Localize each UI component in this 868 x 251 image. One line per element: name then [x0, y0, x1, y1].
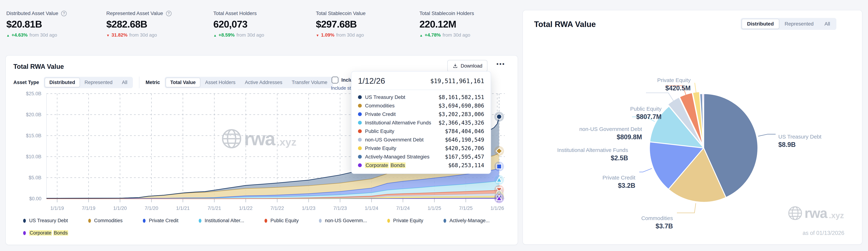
svg-text:7/1/24: 7/1/24: [396, 205, 410, 211]
metric-option-total-value[interactable]: Total Value: [165, 78, 200, 87]
metric-label: Metric: [146, 80, 160, 85]
help-icon[interactable]: ?: [166, 11, 172, 16]
more-menu-icon[interactable]: •••: [496, 61, 505, 67]
tooltip-row-public-equity: Public Equity$784,404,046: [358, 127, 484, 136]
chart-controls: Asset Type Distributed Represented All M…: [13, 76, 346, 89]
tooltip-rows: US Treasury Debt$8,161,582,151Commoditie…: [358, 93, 484, 169]
legend-color-dot: [88, 219, 91, 223]
legend-item-commodities[interactable]: Commodities: [88, 218, 123, 223]
stat-value: $20.81B: [6, 19, 67, 30]
delta-period: from 30d ago: [336, 32, 364, 38]
svg-text:$20.0B: $20.0B: [26, 112, 41, 117]
globe-icon: [221, 128, 242, 149]
pie-label-public-equity: Public Equity $807.7M: [630, 106, 661, 120]
legend-item-us-treasury-debt[interactable]: US Treasury Debt: [23, 218, 68, 223]
svg-text:1/1/24: 1/1/24: [365, 205, 378, 211]
tooltip-total: $19,511,961,161: [430, 78, 484, 85]
svg-text:7/1/21: 7/1/21: [208, 205, 221, 211]
svg-text:1/1/22: 1/1/22: [239, 205, 253, 211]
legend-color-dot: [265, 219, 267, 223]
svg-text:1/1/26: 1/1/26: [491, 205, 504, 211]
stat-total-stablecoin-holders: Total Stablecoin Holders 220.12M ▲+4.78%…: [420, 10, 474, 38]
series-color-dot: [358, 155, 362, 159]
include-stablecoins-checkbox[interactable]: [332, 77, 338, 83]
stat-distributed-asset-value: Distributed Asset Value ? $20.81B ▲+4.63…: [6, 10, 67, 38]
svg-text:$10.0B: $10.0B: [26, 154, 41, 159]
trend-up-icon: ▲: [213, 33, 217, 37]
download-icon: [452, 63, 458, 69]
pie-chart[interactable]: [523, 10, 863, 245]
stat-value: $282.68B: [106, 19, 172, 30]
pie-label-non-us-government-debt: non-US Government Debt $809.8M: [579, 126, 642, 141]
delta-pct: +4.78%: [425, 32, 441, 38]
series-color-dot: [358, 121, 362, 124]
delta-pct: 31.82%: [112, 32, 127, 38]
pie-label-us-treasury-debt: US Treasury Debt $8.9B: [778, 134, 822, 148]
legend-item-corporate-bonds[interactable]: Corporate Bonds: [23, 230, 68, 236]
asset-type-option-all[interactable]: All: [117, 78, 132, 87]
metric-option-active-addresses[interactable]: Active Addresses: [240, 78, 287, 87]
divider: [139, 77, 140, 88]
svg-text:$25.0B: $25.0B: [26, 91, 41, 96]
series-color-dot: [358, 138, 362, 142]
asset-type-segmented-control: Distributed Represented All: [44, 77, 133, 88]
total-rwa-value-pie-card: Total RWA Value Distributed Represented …: [523, 10, 862, 245]
tooltip-date: 1/12/26: [358, 76, 385, 86]
total-rwa-value-chart-card: Total RWA Value Download ••• Asset Type …: [5, 55, 518, 245]
watermark-name: rwa: [244, 129, 275, 148]
svg-text:7/1/20: 7/1/20: [145, 205, 158, 211]
svg-text:1/1/20: 1/1/20: [113, 205, 127, 211]
download-label: Download: [461, 63, 483, 69]
series-color-dot: [358, 163, 362, 167]
tooltip-row-private-equity: Private Equity$420,526,706: [358, 144, 484, 152]
chart-tooltip: 1/12/26 $19,511,961,161 US Treasury Debt…: [351, 71, 491, 174]
legend-item-private-equity[interactable]: Private Equity: [387, 218, 424, 223]
metric-segmented-control: Total Value Asset Holders Active Address…: [165, 77, 333, 88]
tooltip-row-actively-managed-strategies: Actively-Managed Strategies$167,595,457: [358, 152, 484, 161]
legend-color-dot: [387, 219, 390, 223]
delta-pct: +4.63%: [11, 32, 28, 38]
legend-item-public-equity[interactable]: Public Equity: [265, 218, 299, 223]
series-color-dot: [358, 112, 362, 116]
legend-item-private-credit[interactable]: Private Credit: [143, 218, 179, 223]
svg-text:7/1/19: 7/1/19: [82, 205, 95, 211]
delta-period: from 30d ago: [29, 32, 57, 38]
series-color-dot: [358, 129, 362, 133]
asset-type-option-represented[interactable]: Represented: [80, 78, 117, 87]
series-color-dot: [358, 95, 362, 99]
legend-color-dot: [23, 231, 26, 235]
as-of-date: as of 01/13/2026: [803, 230, 844, 236]
pie-label-private-equity: Private Equity $420.5M: [657, 77, 691, 92]
svg-text:$5.0B: $5.0B: [29, 175, 41, 180]
svg-text:1/1/19: 1/1/19: [51, 205, 64, 211]
watermark-tld: .xyz: [277, 137, 297, 147]
download-button[interactable]: Download: [447, 60, 488, 72]
tooltip-row-non-us-government-debt: non-US Government Debt$646,190,549: [358, 136, 484, 144]
stat-value: $297.68B: [316, 19, 366, 30]
stat-label: Total Asset Holders: [213, 10, 257, 16]
svg-text:7/1/25: 7/1/25: [459, 205, 473, 211]
svg-text:1/1/23: 1/1/23: [302, 205, 315, 211]
asset-type-option-distributed[interactable]: Distributed: [45, 78, 80, 87]
legend-item-actively-managed-strategies[interactable]: Actively-Manage...: [443, 218, 490, 223]
trend-down-icon: ▼: [106, 33, 110, 37]
legend-color-dot: [199, 219, 202, 223]
legend-item-institutional-alternative-funds[interactable]: Institutional Alter...: [199, 218, 244, 223]
legend-color-dot: [319, 219, 322, 223]
legend-item-non-us-government-debt[interactable]: non-US Governm...: [319, 218, 367, 223]
pie-label-private-credit: Private Credit $3.2B: [602, 174, 635, 189]
metric-option-asset-holders[interactable]: Asset Holders: [200, 78, 240, 87]
stat-total-asset-holders: Total Asset Holders 620,073 ▲+8.59%from …: [213, 10, 264, 38]
tooltip-row-us-treasury-debt: US Treasury Debt$8,161,582,151: [358, 93, 484, 102]
series-color-dot: [358, 146, 362, 150]
help-icon[interactable]: ?: [61, 11, 67, 16]
tooltip-row-corporate-bonds: Corporate Bonds$68,253,114: [358, 161, 484, 169]
svg-text:7/1/22: 7/1/22: [271, 205, 284, 211]
stat-value: 620,073: [213, 19, 264, 30]
chart-legend-row-1: US Treasury DebtCommoditiesPrivate Credi…: [23, 218, 490, 223]
card-title: Total RWA Value: [13, 63, 64, 71]
metric-option-transfer-volume[interactable]: Transfer Volume: [287, 78, 332, 87]
svg-text:1/1/21: 1/1/21: [176, 205, 190, 211]
delta-period: from 30d ago: [129, 32, 157, 38]
stat-label: Distributed Asset Value: [6, 10, 58, 16]
